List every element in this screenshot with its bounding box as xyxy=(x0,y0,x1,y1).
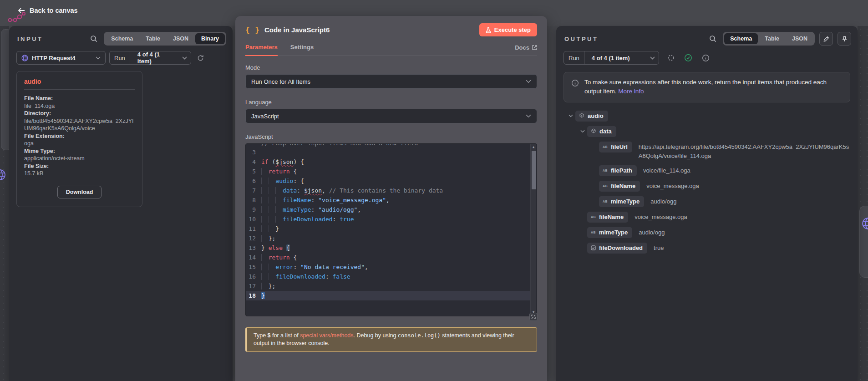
scroll-up-icon[interactable]: ▲ xyxy=(531,144,536,150)
input-search-icon[interactable] xyxy=(88,33,99,44)
chevron-down-icon[interactable] xyxy=(566,111,575,122)
output-tab-schema[interactable]: Schema xyxy=(724,33,758,44)
schema-row-data: data xyxy=(563,126,850,137)
code-line-text: return { xyxy=(261,253,297,262)
code-line-7[interactable]: 7 data: $json, // This contains the bina… xyxy=(246,186,530,195)
binary-data-card: audio File Name:file_114.ogaDirectory:fi… xyxy=(16,71,142,207)
chevron-down-icon xyxy=(526,114,531,118)
code-line-10[interactable]: 10 fileDownloaded: true xyxy=(246,214,530,224)
input-tab-table[interactable]: Table xyxy=(140,33,166,44)
output-search-icon[interactable] xyxy=(707,33,718,44)
mode-label: Mode xyxy=(245,64,537,71)
output-panel: OUTPUT SchemaTableJSON Run 4 of 4 (1 ite… xyxy=(556,26,858,381)
run-info-icon[interactable] xyxy=(700,52,711,63)
line-number: 9 xyxy=(246,205,261,214)
input-tab-json[interactable]: JSON xyxy=(167,33,194,44)
binary-fields: File Name:file_114.ogaDirectory:file/bot… xyxy=(24,95,135,178)
schema-key-pill[interactable]: ABfileName xyxy=(587,212,628,223)
tab-parameters[interactable]: Parameters xyxy=(245,44,278,56)
mode-select[interactable]: Run Once for All Items xyxy=(245,74,537,89)
schema-key-pill[interactable]: ABfilePath xyxy=(599,165,637,176)
code-line-17[interactable]: 17 }; xyxy=(246,281,530,291)
tab-settings[interactable]: Settings xyxy=(290,44,314,56)
schema-row-mimetype: ABmimeTypeaudio/ogg xyxy=(563,227,850,238)
back-to-canvas-button[interactable]: Back to canvas xyxy=(18,7,78,14)
line-number: 4 xyxy=(246,157,261,167)
schema-key-label: fileName xyxy=(611,183,635,189)
flask-icon xyxy=(486,27,491,33)
schema-key-pill[interactable]: audio xyxy=(575,111,608,122)
back-arrow-icon xyxy=(18,8,25,13)
code-line-text: } xyxy=(261,291,265,300)
object-type-icon xyxy=(579,112,584,120)
output-tab-json[interactable]: JSON xyxy=(786,33,813,44)
code-line-14[interactable]: 14 return { xyxy=(246,253,530,262)
chevron-down-icon[interactable] xyxy=(578,126,587,137)
input-tab-schema[interactable]: Schema xyxy=(105,33,139,44)
line-number: 15 xyxy=(246,262,261,272)
edit-output-button[interactable] xyxy=(819,32,833,46)
output-tab-table[interactable]: Table xyxy=(759,33,785,44)
schema-key-pill[interactable]: fileDownloaded xyxy=(587,243,647,254)
line-number: 10 xyxy=(246,214,261,224)
string-type-icon: AB xyxy=(603,145,608,148)
output-panel-title: OUTPUT xyxy=(564,36,598,42)
pin-data-button[interactable] xyxy=(838,32,851,46)
notice-text: To make sure expressions after this node… xyxy=(584,78,843,97)
binary-field-value: application/octet-stream xyxy=(24,155,135,163)
code-line-16[interactable]: 16 fileDownloaded: false xyxy=(246,272,530,281)
code-line-3[interactable]: 3 xyxy=(246,147,530,157)
code-line-11[interactable]: 11 } xyxy=(246,224,530,234)
line-number: 6 xyxy=(246,176,261,186)
code-editor[interactable]: // Loop over input items and add a new f… xyxy=(245,143,537,316)
input-run-select[interactable]: Run 4 of 4 (1 item) xyxy=(109,51,191,65)
globe-node-icon-left xyxy=(0,169,6,181)
chevron-down-icon xyxy=(182,56,187,60)
binary-field-label: Directory: xyxy=(24,110,135,117)
schema-row-filepath: ABfilePathvoice/file_114.oga xyxy=(563,165,850,176)
object-type-icon xyxy=(591,127,596,136)
editor-expand-icon[interactable] xyxy=(529,313,538,321)
code-line-15[interactable]: 15 error: "No data received", xyxy=(246,262,530,272)
code-line-13[interactable]: 13} else { xyxy=(246,243,530,253)
execute-step-button[interactable]: Execute step xyxy=(479,23,537,36)
docs-link[interactable]: Docs xyxy=(515,44,537,56)
code-line-18[interactable]: 18} xyxy=(246,291,530,300)
node-settings-tabs: Parameters Settings Docs xyxy=(245,44,537,56)
code-line-9[interactable]: 9 mimeType: "audio/ogg", xyxy=(246,205,530,214)
code-line-8[interactable]: 8 fileName: "voice_message.oga", xyxy=(246,195,530,205)
schema-key-pill[interactable]: ABmimeType xyxy=(587,227,632,238)
code-line-2[interactable]: // Loop over input items and add a new f… xyxy=(246,144,530,147)
download-button[interactable]: Download xyxy=(57,186,102,198)
code-line-12[interactable]: 12 }; xyxy=(246,234,530,243)
output-linked-run-icon[interactable] xyxy=(665,52,676,63)
tree-indent-spacer xyxy=(578,243,587,254)
code-node-modal: { } Code in JavaScript6 Execute step Par… xyxy=(235,16,547,381)
scrollbar-thumb[interactable] xyxy=(532,151,536,189)
inline-link[interactable]: special vars/methods xyxy=(300,332,353,339)
editor-scrollbar[interactable]: ▲ ▼ xyxy=(530,144,536,315)
code-line-text: fileName: "voice_message.oga", xyxy=(261,195,390,205)
code-line-5[interactable]: 5 return { xyxy=(246,167,530,176)
input-run-value: 4 of 4 (1 item) xyxy=(137,51,175,65)
code-line-4[interactable]: 4if ($json) { xyxy=(246,157,530,167)
code-line-6[interactable]: 6 audio: { xyxy=(246,176,530,186)
inline-link[interactable]: More info xyxy=(618,88,644,95)
binary-field-value: oga xyxy=(24,140,135,147)
schema-key-pill[interactable]: ABfileUrl xyxy=(599,142,632,152)
back-to-canvas-label: Back to canvas xyxy=(30,7,78,14)
schema-key-pill[interactable]: data xyxy=(587,126,616,137)
schema-value: voice_message.oga xyxy=(646,181,699,191)
input-source-select[interactable]: HTTP Request4 xyxy=(16,51,106,65)
language-select[interactable]: JavaScript xyxy=(245,109,537,123)
schema-row-filename: ABfileNamevoice_message.oga xyxy=(563,212,850,223)
input-refresh-icon[interactable] xyxy=(195,52,206,63)
output-run-select[interactable]: Run 4 of 4 (1 item) xyxy=(563,51,659,65)
schema-value: https://api.telegram.org/file/bot8454590… xyxy=(639,142,850,161)
schema-key-pill[interactable]: ABfileName xyxy=(599,181,640,192)
input-tab-binary[interactable]: Binary xyxy=(195,33,225,44)
code-editor-label: JavaScript xyxy=(245,133,537,140)
output-display-mode-tabs: SchemaTableJSON xyxy=(723,32,815,46)
schema-key-pill[interactable]: ABmimeType xyxy=(599,196,644,207)
input-source-value: HTTP Request4 xyxy=(32,55,76,61)
